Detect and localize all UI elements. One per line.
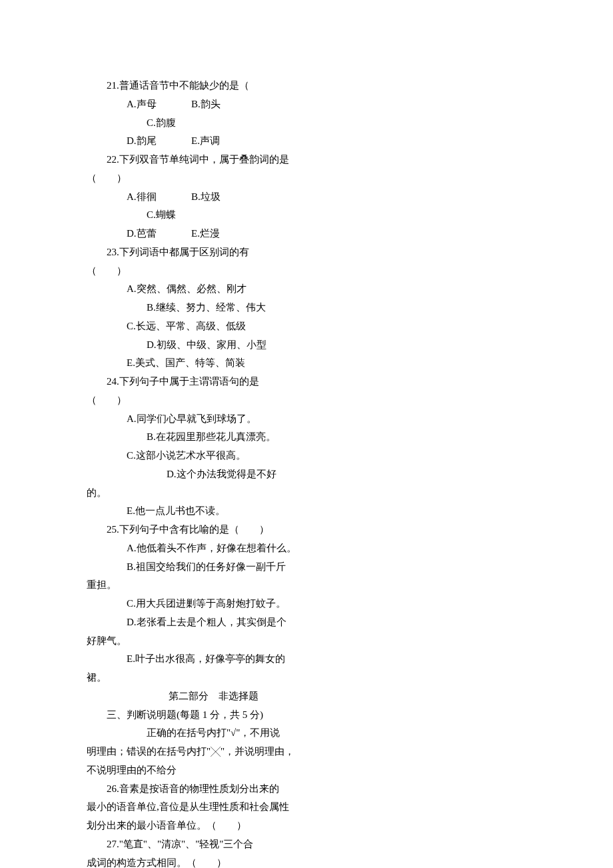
instr-line-1: 明理由；错误的在括号内打"╳"，并说明理由， <box>87 743 340 761</box>
q25-opt-b-2: 重担。 <box>87 576 340 595</box>
q23-opt-c: C.长远、平常、高级、低级 <box>87 317 340 336</box>
q22-opt-a-b: A.徘徊 B.垃圾 <box>87 188 340 207</box>
q23-stem-line-0: 23.下列词语中都属于区别词的有 <box>87 243 340 262</box>
q21-opt-a-b: A.声母 B.韵头 <box>87 95 340 114</box>
q21-opt-c: C.韵腹 <box>87 114 340 133</box>
q22-stem-line-1: （ ） <box>87 169 340 188</box>
instr-line-0: 正确的在括号内打"√"，不用说 <box>87 724 340 743</box>
page: 21.普通话音节中不能缺少的是（ A.声母 B.韵头 C.韵腹 D.韵尾 E.声… <box>0 0 613 868</box>
q21-stem-line-0: 21.普通话音节中不能缺少的是（ <box>87 77 340 95</box>
q24-opt-d-1: D.这个办法我觉得是不好 <box>87 465 340 484</box>
q23-stem-line-1: （ ） <box>87 262 340 281</box>
q26-line-2: 划分出来的最小语音单位。（ ） <box>87 817 340 835</box>
q26-line-0: 26.音素是按语音的物理性质划分出来的 <box>87 780 340 799</box>
q23-opt-d: D.初级、中级、家用、小型 <box>87 336 340 355</box>
q22-stem-line-0: 22.下列双音节单纯词中，属于叠韵词的是 <box>87 151 340 169</box>
q24-opt-b: B.在花园里那些花儿真漂亮。 <box>87 428 340 447</box>
section3-title: 三、判断说明题(每题 1 分，共 5 分) <box>87 706 340 725</box>
q24-opt-e: E.他一点儿书也不读。 <box>87 502 340 521</box>
instr-line-2: 不说明理由的不给分 <box>87 761 340 780</box>
q25-opt-d-1: D.老张看上去是个粗人，其实倒是个 <box>87 613 340 632</box>
q22-opt-c: C.蝴蝶 <box>87 206 340 225</box>
q25-opt-d-2: 好脾气。 <box>87 632 340 651</box>
q27-line-0: 27."笔直"、"清凉"、"轻视"三个合 <box>87 835 340 854</box>
q24-stem-line-1: （ ） <box>87 391 340 410</box>
q24-opt-d-2: 的。 <box>87 484 340 503</box>
q24-opt-a: A.同学们心早就飞到球场了。 <box>87 410 340 429</box>
q25-opt-a: A.他低着头不作声，好像在想着什么。 <box>87 539 340 558</box>
content-column: 21.普通话音节中不能缺少的是（ A.声母 B.韵头 C.韵腹 D.韵尾 E.声… <box>87 77 340 868</box>
q22-opt-d-e: D.芭蕾 E.烂漫 <box>87 225 340 243</box>
q23-opt-a: A.突然、偶然、必然、刚才 <box>87 280 340 299</box>
q25-stem-line-0: 25.下列句子中含有比喻的是（ ） <box>87 521 340 539</box>
q25-opt-e-2: 裙。 <box>87 669 340 687</box>
q23-opt-b: B.继续、努力、经常、伟大 <box>87 299 340 317</box>
q25-opt-e-1: E.叶子出水很高，好像亭亭的舞女的 <box>87 650 340 669</box>
q21-opt-d-e: D.韵尾 E.声调 <box>87 132 340 151</box>
part2-heading: 第二部分 非选择题 <box>87 687 340 706</box>
q24-stem-line-0: 24.下列句子中属于主谓谓语句的是 <box>87 373 340 391</box>
q25-opt-c: C.用大兵团进剿等于高射炮打蚊子。 <box>87 595 340 613</box>
q23-opt-e: E.美式、国产、特等、简装 <box>87 354 340 373</box>
q24-opt-c: C.这部小说艺术水平很高。 <box>87 447 340 465</box>
q26-line-1: 最小的语音单位,音位是从生理性质和社会属性 <box>87 798 340 817</box>
q27-line-1: 成词的构造方式相同。（ ） <box>87 854 340 869</box>
q25-opt-b-1: B.祖国交给我们的任务好像一副千斤 <box>87 558 340 577</box>
